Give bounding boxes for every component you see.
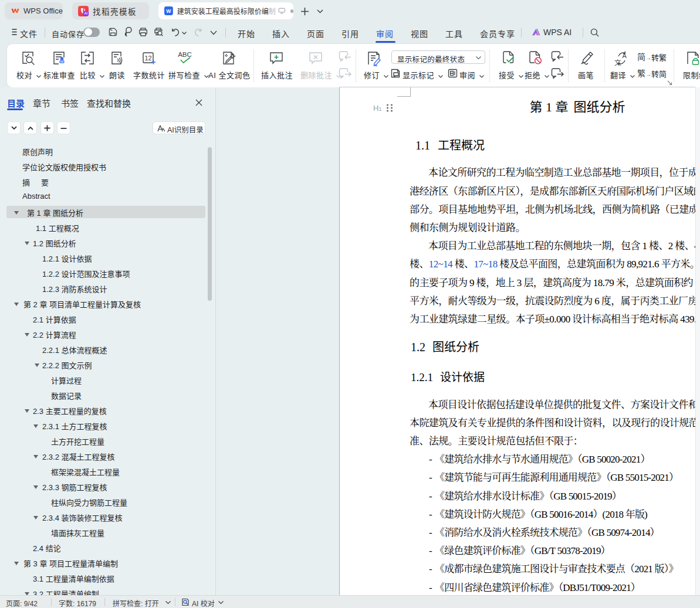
svg-text:W: W: [166, 8, 171, 14]
svg-text:文: 文: [614, 57, 621, 66]
svg-text:A: A: [623, 52, 627, 59]
svg-text:ABC: ABC: [178, 51, 192, 58]
svg-text:12: 12: [144, 55, 151, 62]
svg-text:AI: AI: [84, 11, 87, 15]
